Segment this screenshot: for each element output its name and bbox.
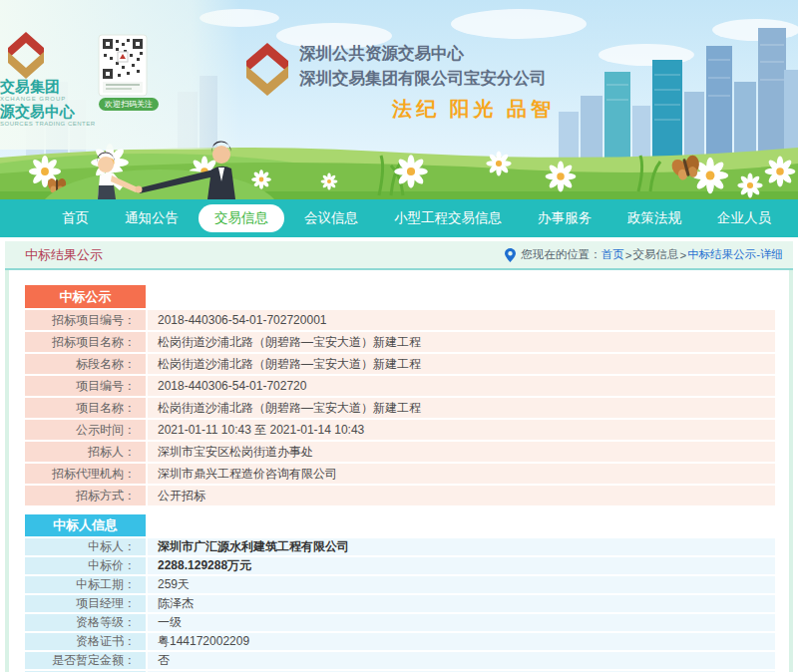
row-label: 中标人：	[25, 538, 146, 555]
table-row: 中标价： 2288.129288万元	[25, 557, 775, 574]
row-label: 标段名称：	[25, 354, 146, 374]
left-logo-line1: 交易集团	[0, 78, 60, 95]
breadcrumb: 您现在的位置： 首页 > 交易信息 > 中标结果公示-详细	[505, 247, 783, 262]
breadcrumb-bar: 中标结果公示 您现在的位置： 首页 > 交易信息 > 中标结果公示-详细	[5, 241, 793, 270]
org-title-line2: 深圳交易集团有限公司宝安分公司	[298, 69, 547, 87]
announcement-section-title: 中标公示	[25, 285, 146, 308]
row-label: 招标项目编号：	[25, 310, 146, 330]
nav-item-policies[interactable]: 政策法规	[611, 204, 697, 232]
table-row: 招标代理机构： 深圳市鼎兴工程造价咨询有限公司	[25, 464, 775, 484]
winner-section: 中标人信息 中标人： 深圳市广汇源水利建筑工程有限公司 中标价： 2288.12…	[25, 514, 775, 672]
nav-item-trade-info[interactable]: 交易信息	[199, 204, 284, 232]
row-value: 松岗街道沙浦北路（朗碧路—宝安大道）新建工程	[148, 332, 775, 352]
org-title-line1: 深圳公共资源交易中心	[298, 44, 465, 63]
row-value: 2018-440306-54-01-702720001	[148, 310, 775, 330]
table-row: 招标人： 深圳市宝安区松岗街道办事处	[25, 442, 775, 462]
table-row: 公示时间： 2021-01-11 10:43 至 2021-01-14 10:4…	[25, 420, 775, 440]
page-title: 中标结果公示	[25, 246, 103, 264]
nav-item-home[interactable]: 首页	[46, 204, 105, 232]
main-content: 中标公示 招标项目编号： 2018-440306-54-01-702720001…	[5, 270, 793, 672]
row-label: 招标方式：	[25, 486, 146, 505]
table-row: 项目编号： 2018-440306-54-01-702720	[25, 376, 775, 396]
row-value: 259天	[148, 576, 775, 593]
row-label: 公示时间：	[25, 420, 146, 440]
table-row: 项目经理： 陈泽杰	[25, 595, 775, 612]
table-row: 项目名称： 松岗街道沙浦北路（朗碧路—宝安大道）新建工程	[25, 398, 775, 418]
nav-item-services[interactable]: 办事服务	[522, 204, 607, 232]
crumb-separator: >	[679, 249, 686, 261]
qr-code	[99, 35, 147, 96]
nav-item-enterprise[interactable]: 企业人员	[701, 204, 787, 232]
crumb-trade-info[interactable]: 交易信息	[632, 247, 678, 262]
banner-art: 交易集团 XCHANGE GROUP 源交易中心 SOURCES TRADING…	[0, 0, 798, 199]
row-value: 松岗街道沙浦北路（朗碧路—宝安大道）新建工程	[148, 398, 775, 418]
row-label: 项目名称：	[25, 398, 146, 418]
crumb-home[interactable]: 首页	[601, 247, 624, 262]
location-prefix: 您现在的位置：	[521, 247, 601, 262]
location-pin-icon	[505, 248, 516, 262]
nav-item-meeting-info[interactable]: 会议信息	[288, 204, 374, 232]
row-value: 2021-01-11 10:43 至 2021-01-14 10:43	[148, 420, 775, 440]
crumb-separator: >	[625, 249, 632, 261]
row-label: 中标价：	[25, 557, 146, 574]
nav-item-small-project-info[interactable]: 小型工程交易信息	[378, 204, 518, 232]
row-value: 粤144172002209	[148, 633, 775, 650]
nav-item-notices[interactable]: 通知公告	[109, 204, 195, 232]
table-row: 资格证书： 粤144172002209	[25, 633, 775, 650]
row-label: 项目经理：	[25, 595, 146, 612]
row-value: 松岗街道沙浦北路（朗碧路—宝安大道）新建工程	[148, 354, 775, 374]
table-row: 是否暂定金额： 否	[25, 652, 775, 669]
main-nav: 首页 通知公告 交易信息 会议信息 小型工程交易信息 办事服务 政策法规 企业人…	[0, 199, 798, 237]
row-label: 招标代理机构：	[25, 464, 146, 484]
row-label: 招标项目名称：	[25, 332, 146, 352]
row-value: 2288.129288万元	[148, 557, 775, 574]
row-value: 2018-440306-54-01-702720	[148, 376, 775, 396]
left-logo-sub2: SOURCES TRADING CENTER	[0, 121, 96, 127]
row-value: 一级	[148, 614, 775, 631]
qr-caption: 欢迎扫码关注	[104, 100, 153, 109]
winner-table: 中标人： 深圳市广汇源水利建筑工程有限公司 中标价： 2288.129288万元…	[25, 538, 775, 669]
table-row: 资格等级： 一级	[25, 614, 775, 631]
row-value: 否	[148, 652, 775, 669]
table-row: 招标项目名称： 松岗街道沙浦北路（朗碧路—宝安大道）新建工程	[25, 332, 775, 352]
row-label: 资格等级：	[25, 614, 146, 631]
row-label: 中标工期：	[25, 576, 146, 593]
qr-caption-pill: 欢迎扫码关注	[99, 98, 159, 111]
crumb-detail[interactable]: 中标结果公示-详细	[687, 247, 783, 262]
banner-slogan: 法纪 阳光 品智	[391, 98, 555, 120]
table-row: 中标工期： 259天	[25, 576, 775, 593]
header-banner: 交易集团 XCHANGE GROUP 源交易中心 SOURCES TRADING…	[0, 0, 798, 199]
row-value: 深圳市宝安区松岗街道办事处	[148, 442, 775, 462]
left-logo-sub1: XCHANGE GROUP	[0, 96, 66, 102]
row-value: 深圳市鼎兴工程造价咨询有限公司	[148, 464, 775, 484]
row-label: 招标人：	[25, 442, 146, 462]
row-label: 资格证书：	[25, 633, 146, 650]
left-logo-line2: 源交易中心	[0, 103, 76, 120]
winner-section-title: 中标人信息	[25, 514, 146, 536]
row-value: 陈泽杰	[148, 595, 775, 612]
row-value: 深圳市广汇源水利建筑工程有限公司	[148, 538, 775, 555]
row-label: 项目编号：	[25, 376, 146, 396]
announcement-section: 中标公示 招标项目编号： 2018-440306-54-01-702720001…	[25, 285, 775, 505]
row-value: 公开招标	[148, 486, 775, 505]
announcement-table: 招标项目编号： 2018-440306-54-01-702720001 招标项目…	[25, 310, 775, 505]
table-row: 标段名称： 松岗街道沙浦北路（朗碧路—宝安大道）新建工程	[25, 354, 775, 374]
table-row: 招标方式： 公开招标	[25, 486, 775, 505]
row-label: 是否暂定金额：	[25, 652, 146, 669]
table-row: 中标人： 深圳市广汇源水利建筑工程有限公司	[25, 538, 775, 555]
page: 交易集团 XCHANGE GROUP 源交易中心 SOURCES TRADING…	[0, 0, 798, 672]
table-row: 招标项目编号： 2018-440306-54-01-702720001	[25, 310, 775, 330]
